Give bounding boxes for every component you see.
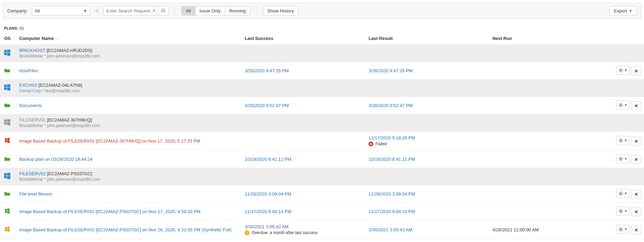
plan-settings-button[interactable]: ▼ xyxy=(616,154,630,163)
computer-name-link[interactable]: FILESERV01 xyxy=(19,117,46,123)
computer-host: [EC2AMAZ-307H9UQ] xyxy=(47,117,92,123)
chevron-down-icon: ▼ xyxy=(83,9,87,13)
plan-name-link[interactable]: Image Based Backup of FILESERV02 [EC2AMA… xyxy=(19,227,232,232)
table-header-row: OS Computer Name ↓ Last Success Last Res… xyxy=(0,32,644,45)
plan-type-icon xyxy=(4,227,10,232)
next-run-cell xyxy=(488,150,612,168)
windows-icon xyxy=(4,84,10,91)
plan-delete-button[interactable]: ✖ xyxy=(631,155,641,164)
last-result-cell: 3/26/2020 9:52:47 PM xyxy=(364,97,488,114)
plan-type-icon xyxy=(4,138,10,143)
computer-group-row: FILESERV01 [EC2AMAZ-307H9UQ] Brick&Morta… xyxy=(0,114,644,131)
filter-issue-only[interactable]: Issue Only xyxy=(195,7,225,15)
next-run-cell: 4/28/2021 11:00:00 AM xyxy=(488,220,612,239)
last-result-cell: 11/17/2020 5:18:26 PM✕Failed xyxy=(364,131,488,150)
filter-running[interactable]: Running xyxy=(225,7,250,15)
plan-delete-button[interactable]: ✖ xyxy=(631,225,641,234)
chevron-down-icon: ▼ xyxy=(624,157,627,160)
plan-name-link[interactable]: File level fileserv xyxy=(19,191,52,197)
plan-delete-button[interactable]: ✖ xyxy=(631,66,641,75)
last-success-cell: 3/26/2020 9:47:26 PM xyxy=(240,62,364,80)
plan-row: Backup plan on 03/26/2020 18:44:24 10/19… xyxy=(0,150,644,168)
windows-icon xyxy=(4,173,10,179)
computer-group-row: BRICKHOST [EC2AMAZ-HRJD2DS] Brick&Mortar… xyxy=(0,45,644,62)
svg-line-1 xyxy=(164,11,165,12)
plan-settings-button[interactable]: ▼ xyxy=(616,66,630,75)
col-os[interactable]: OS xyxy=(0,32,15,45)
last-success-cell: 11/26/2020 3:09:04 PM xyxy=(240,185,364,203)
computer-subinfo: Brick&Mortar * john.peterson@msp360.com xyxy=(19,177,640,182)
chevron-down-icon: ▼ xyxy=(624,103,627,107)
computer-group-row: FILESERV02 [EC2AMAZ-PS037GC] Brick&Morta… xyxy=(0,168,644,185)
search-button[interactable] xyxy=(158,6,169,15)
filter-group: All Issue Only Running xyxy=(181,6,250,15)
last-result-cell: 3/30/2021 3:05:43 AM xyxy=(364,220,488,239)
col-next-run[interactable]: Next Run xyxy=(488,32,612,45)
computer-name-link[interactable]: FILESERV02 xyxy=(19,171,46,176)
error-icon: ✕ xyxy=(368,141,373,146)
warning-icon: ! xyxy=(245,230,249,235)
plan-name-link[interactable]: Backup plan on 03/26/2020 18:44:24 xyxy=(19,157,93,162)
toolbar: Company: All ▼ ➔ ✕ All Issue Only Runnin… xyxy=(3,3,641,19)
col-last-result[interactable]: Last Result xyxy=(364,32,488,45)
next-run-cell xyxy=(488,185,612,203)
computer-subinfo: Brick&Mortar * john.peterson@msp360.com xyxy=(19,54,640,59)
col-name[interactable]: Computer Name ↓ xyxy=(15,32,240,45)
next-run-cell xyxy=(488,203,612,220)
company-select[interactable]: All ▼ xyxy=(32,6,90,15)
last-success-cell: 3/30/2021 3:05:43 AM!Overdue: a month af… xyxy=(240,220,364,239)
plan-delete-button[interactable]: ✖ xyxy=(631,190,641,199)
search-input[interactable] xyxy=(103,6,158,15)
clear-search-icon[interactable]: ✕ xyxy=(152,8,156,13)
status-text: Overdue: a month after last success xyxy=(251,230,318,235)
plan-row: Image Based Backup of FILESERV01 [EC2AMA… xyxy=(0,131,644,150)
next-run-cell xyxy=(488,131,612,150)
status-text: Failed xyxy=(375,141,387,146)
plan-settings-button[interactable]: ▼ xyxy=(616,136,630,145)
plan-name-link[interactable]: Documents xyxy=(19,103,42,108)
plan-name-link[interactable]: Image Based Backup of FILESERV02 [EC2AMA… xyxy=(19,209,201,214)
computer-host: [EC2AMAZ-HRJD2DS] xyxy=(46,48,92,53)
chevron-down-icon: ▼ xyxy=(624,192,627,195)
plan-row: Image Based Backup of FILESERV02 [EC2AMA… xyxy=(0,203,644,220)
last-success-cell: 3/26/2020 9:52:47 PM xyxy=(240,97,364,114)
plan-name-link[interactable]: HostFiles xyxy=(19,68,38,73)
next-run-cell xyxy=(488,62,612,80)
plan-settings-button[interactable]: ▼ xyxy=(616,207,630,215)
plan-type-icon xyxy=(4,191,10,196)
chevron-down-icon: ▼ xyxy=(624,209,627,213)
computer-name-link[interactable]: BRICKHOST xyxy=(19,48,45,53)
computer-group-row: EXCHS3 [EC2AMAZ-04LA7N9] Dental Corp * t… xyxy=(0,80,644,97)
chevron-down-icon: ▼ xyxy=(624,228,627,231)
computer-host: [EC2AMAZ-04LA7N9] xyxy=(39,83,82,88)
computer-name-link[interactable]: EXCHS3 xyxy=(19,83,37,88)
filter-all[interactable]: All xyxy=(182,7,195,15)
plan-delete-button[interactable]: ✖ xyxy=(631,207,641,216)
computer-subinfo: Dental Corp * test@msp360.com xyxy=(19,88,640,93)
plan-row: Documents 3/26/2020 9:52:47 PM 3/26/2020… xyxy=(0,97,644,114)
plan-row: HostFiles 3/26/2020 9:47:26 PM 3/26/2020… xyxy=(0,62,644,80)
plan-type-icon xyxy=(4,156,10,161)
plan-settings-button[interactable]: ▼ xyxy=(616,225,630,234)
plan-settings-button[interactable]: ▼ xyxy=(616,101,630,109)
windows-icon xyxy=(4,50,10,56)
col-actions xyxy=(612,32,644,45)
plan-row: Image Based Backup of FILESERV02 [EC2AMA… xyxy=(0,220,644,239)
col-last-success[interactable]: Last Success xyxy=(240,32,364,45)
plan-type-icon xyxy=(4,103,10,107)
svg-point-0 xyxy=(162,9,164,12)
computer-host: [EC2AMAZ-PS037GC] xyxy=(47,171,93,176)
last-success-cell: 11/17/2020 6:04:14 PM xyxy=(240,203,364,220)
last-result-cell: 11/17/2020 6:04:14 PM xyxy=(364,203,488,220)
company-label: Company: xyxy=(7,8,28,13)
plan-delete-button[interactable]: ✖ xyxy=(631,101,641,110)
export-button[interactable]: Export ▼ xyxy=(610,6,637,15)
plan-settings-button[interactable]: ▼ xyxy=(616,189,630,198)
chevron-down-icon: ▼ xyxy=(629,9,632,13)
plan-delete-button[interactable]: ✖ xyxy=(631,137,641,146)
show-history-button[interactable]: Show History xyxy=(263,6,299,15)
last-result-cell: 11/26/2020 3:09:04 PM xyxy=(364,185,488,203)
plan-type-icon xyxy=(4,68,10,73)
plans-header: PLANS: (9) xyxy=(0,21,644,32)
plan-name-link[interactable]: Image Based Backup of FILESERV01 [EC2AMA… xyxy=(19,138,200,144)
